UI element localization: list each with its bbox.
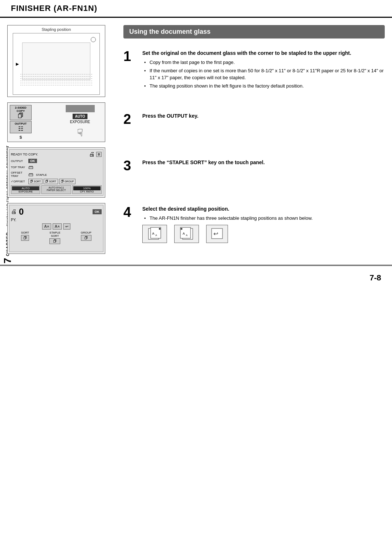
offset-tray-icon: 🗃 xyxy=(28,171,33,177)
output-key-diagram: 2-SIDED COPY 🗍 OUTPUT ☷ S xyxy=(7,102,105,142)
2sided-icon: 🗍 xyxy=(18,113,24,119)
tp-offsettray-label: OFFSETTRAY xyxy=(11,171,27,178)
output-label: OUTPUT xyxy=(15,122,27,125)
tp-ratio: 100% xyxy=(73,186,101,190)
svg-point-2 xyxy=(159,228,161,230)
staple-pos-3-svg: ↩ xyxy=(210,227,224,241)
s4-sheet-b2: A xyxy=(58,225,60,228)
staple-marker xyxy=(91,37,96,42)
gray-bar xyxy=(66,105,95,112)
tp-inner: READY TO COPY. 🖨 0 OUTPUT OK TOP TRAY 🗃 xyxy=(9,149,103,196)
staple-label-row: STAPLE xyxy=(36,173,47,177)
tp-bottom-row: AUTO EXPOSURE AUTO 8½x11 PAPER SELECT 10… xyxy=(11,185,102,194)
s4-left: 🖨 0 xyxy=(11,207,24,217)
staple-pos-2: A A xyxy=(174,225,199,243)
s4-staple-col: STAPLESORT 🗍 xyxy=(49,231,60,244)
auto-label: AUTO xyxy=(73,114,87,119)
step2-number: 2 xyxy=(123,112,138,126)
auto-exposure: AUTO EXPOSURE xyxy=(70,114,90,124)
tp-output-row: OUTPUT OK xyxy=(11,159,102,163)
step1-bullets: Copy from the last page to the first pag… xyxy=(142,59,385,89)
s4-icon3: ↩ xyxy=(63,223,70,230)
tp-auto: AUTO xyxy=(12,186,39,190)
s4-sheet-a2: A xyxy=(47,225,49,228)
page-footer: 7-8 xyxy=(0,265,392,286)
tp-output-label: OUTPUT xyxy=(11,159,27,163)
step4-bullet-1: The AR-FN1N finisher has three selectabl… xyxy=(144,215,385,222)
s4-ok: OK xyxy=(93,209,102,214)
step4-number: 4 xyxy=(123,205,138,243)
s4-sort-col: SORT 🗍 xyxy=(21,231,29,244)
tp-status-text: READY TO COPY. xyxy=(11,153,38,156)
staple-sort-label: SORT xyxy=(49,180,56,183)
2sided-copy-btn: 2-SIDED COPY 🗍 xyxy=(10,105,32,120)
tp-auto-cell: AUTO EXPOSURE xyxy=(11,185,40,194)
s4-zero: 0 xyxy=(19,207,24,217)
paper-arrow: ► xyxy=(15,61,20,67)
stapling-label: Stapling position xyxy=(9,27,103,32)
step-4: 4 Select the desired stapling position. … xyxy=(123,205,385,243)
step-1: 1 Set the original on the document glass… xyxy=(123,49,385,90)
tp-ratio-label: CPY. RATIO xyxy=(73,190,101,193)
s4-sheet-b1: A xyxy=(55,224,57,228)
step4-content: Select the desired stapling position. Th… xyxy=(142,205,385,243)
svg-point-7 xyxy=(181,228,183,230)
tp-offset-row: OFFSETTRAY 🗃 STAPLE xyxy=(11,171,102,178)
staple-sort-icon: 🗍 xyxy=(45,180,48,183)
s4-printer-icon: 🖨 xyxy=(11,208,17,215)
left-column: Stapling position ► xyxy=(7,25,116,254)
tp-zero: 0 xyxy=(96,152,102,157)
s-key-area: S xyxy=(10,135,32,139)
s4-top-row: 🖨 0 OK xyxy=(11,207,102,217)
sort-icon: 🗍 xyxy=(30,180,33,183)
sort-btn: 🗍 SORT xyxy=(28,179,42,184)
section-heading: Using the document glass xyxy=(123,25,385,39)
printer-icon: 🖨 xyxy=(89,151,95,158)
s4-staple-sort-label: STAPLESORT xyxy=(49,231,60,238)
s4-copy-label: PY. xyxy=(11,218,102,222)
tp-exposure: EXPOSURE xyxy=(12,190,39,193)
tp-toptray-label: TOP TRAY xyxy=(11,166,27,169)
s-key: S xyxy=(20,135,22,139)
chapter-number: 7 xyxy=(2,258,13,264)
tp-paper-select: AUTO 8½x11 xyxy=(42,186,70,189)
staple-positions-row: A A xyxy=(142,225,385,243)
tp-offset-check-row: ✓OFFSET 🗍 SORT 🗍 SORT 🗍 GROUP xyxy=(11,179,102,184)
step1-bullet-1: Copy from the last page to the first pag… xyxy=(144,59,385,66)
step3-number: 3 xyxy=(123,159,138,173)
sort-buttons-row: 🗍 SORT 🗍 SORT 🗍 GROUP xyxy=(28,179,75,184)
s4-sheet-a1: A xyxy=(44,224,47,228)
step4-bullets: The AR-FN1N finisher has three selectabl… xyxy=(142,215,385,222)
step3-title: Press the “STAPLE SORT” key on the touch… xyxy=(142,159,385,166)
tp-ok: OK xyxy=(28,159,37,163)
svg-text:↩: ↩ xyxy=(213,231,218,237)
step1-title: Set the original on the document glass w… xyxy=(142,49,385,57)
s4-sort-icon: 🗍 xyxy=(21,235,29,241)
group-label: GROUP xyxy=(65,180,74,183)
exposure-label: EXPOSURE xyxy=(70,120,90,124)
step3-content: Press the “STAPLE SORT” key on the touch… xyxy=(142,159,385,173)
group-btn: 🗍 GROUP xyxy=(59,179,76,184)
sort-label: SORT xyxy=(34,180,41,183)
right-column: Using the document glass 1 Set the origi… xyxy=(123,25,385,254)
staple-pos-2-svg: A A xyxy=(177,227,196,241)
2sided-label: 2-SIDED xyxy=(15,106,26,109)
s4-group-label: GROUP xyxy=(81,231,91,234)
document-area xyxy=(22,42,90,80)
tp-paper-cell: AUTO 8½x11 PAPER SELECT xyxy=(41,185,71,194)
right-panel: AUTO EXPOSURE ☟ xyxy=(57,105,103,139)
tp-ratio-cell: 100% CPY. RATIO xyxy=(72,185,102,194)
stapling-position-diagram: Stapling position ► xyxy=(7,25,105,97)
step1-number: 1 xyxy=(123,49,138,90)
staple-pos-3: ↩ xyxy=(206,225,228,243)
svg-text:A: A xyxy=(155,234,157,236)
tp-right-controls: 🖨 0 xyxy=(89,151,102,158)
s4-group-icon: 🗍 xyxy=(81,235,91,241)
s4-icon1: A A xyxy=(42,223,51,230)
button-panel: 2-SIDED COPY 🗍 OUTPUT ☷ S xyxy=(10,105,55,139)
tp-paper-label: PAPER SELECT xyxy=(42,189,70,191)
step4-diagram: 🖨 0 OK PY. A A A A xyxy=(7,203,105,254)
step-2: 2 Press the OUTPUT key. xyxy=(123,112,385,126)
tp-status-row: READY TO COPY. 🖨 0 xyxy=(11,151,102,158)
svg-text:A: A xyxy=(183,232,185,235)
